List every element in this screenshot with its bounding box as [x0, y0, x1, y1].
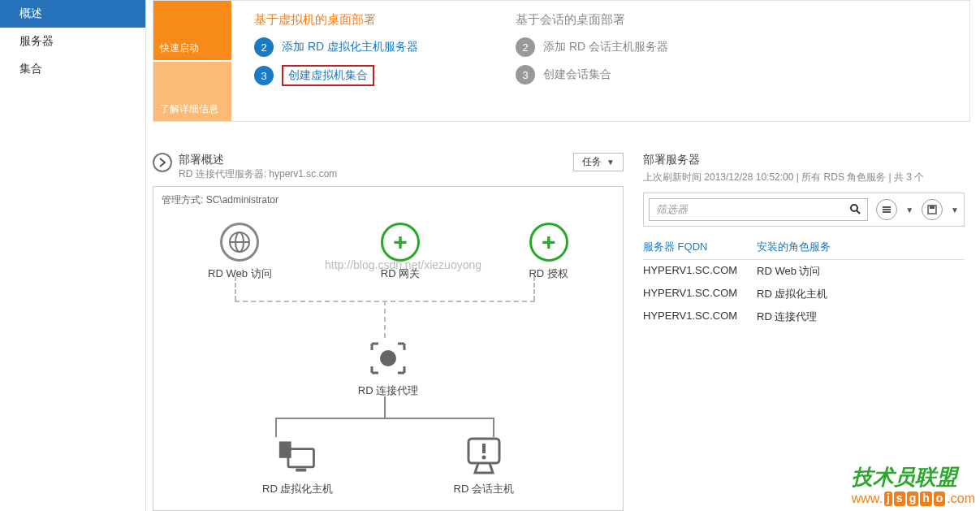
overview-title: 部署概述 [179, 153, 337, 167]
orange-tile-stack: 快速启动 了解详细信息 [153, 1, 231, 121]
virtualization-host-icon [278, 437, 318, 474]
svg-line-11 [857, 210, 860, 214]
servers-title: 部署服务器 [643, 153, 965, 167]
rd-session-host-node[interactable]: RD 会话主机 [454, 437, 514, 496]
add-icon: + [381, 223, 420, 262]
logo-watermark: 技术员联盟 www. jsgho .com [852, 463, 975, 506]
overview-subtitle: RD 连接代理服务器: hyperv1.sc.com [179, 167, 337, 181]
rd-licensing-label: RD 授权 [529, 266, 568, 281]
list-view-button[interactable] [876, 199, 897, 220]
add-icon: + [529, 223, 568, 262]
session-deploy-title: 基于会话的桌面部署 [516, 12, 668, 28]
session-step-2-text: 添加 RD 会话主机服务器 [543, 40, 668, 54]
filter-input[interactable]: 筛选器 [649, 198, 868, 221]
rd-gateway-label: RD 网关 [381, 266, 420, 281]
save-query-button[interactable] [922, 199, 943, 220]
filter-placeholder: 筛选器 [656, 202, 688, 217]
rd-virtualization-host-node[interactable]: RD 虚拟化主机 [262, 437, 333, 496]
servers-table: 服务器 FQDN 安装的角色服务 HYPERV1.SC.COM RD Web 访… [643, 240, 965, 328]
manage-as-label: 管理方式: SC\administrator [162, 193, 615, 207]
top-deployment-cards: 快速启动 了解详细信息 基于虚拟机的桌面部署 2 添加 RD 虚拟化主机服务器 … [153, 0, 970, 122]
deployment-overview-pane: 部署概述 RD 连接代理服务器: hyperv1.sc.com 任务 ▼ 管理方… [153, 153, 624, 511]
collapse-icon[interactable] [153, 153, 172, 172]
session-step-3-text: 创建会话集合 [543, 67, 611, 82]
connection-broker-icon [368, 340, 408, 377]
svg-rect-8 [482, 444, 486, 453]
cell-role: RD 虚拟化主机 [757, 287, 827, 301]
session-step-3[interactable]: 3 创建会话集合 [516, 65, 668, 84]
logo-line2: www. jsgho .com [852, 492, 975, 506]
main-area: 部署概述 RD 连接代理服务器: hyperv1.sc.com 任务 ▼ 管理方… [153, 153, 970, 511]
servers-subtitle: 上次刷新时间 2013/12/28 10:52:00 | 所有 RDS 角色服务… [643, 171, 965, 184]
vm-step-2[interactable]: 2 添加 RD 虚拟化主机服务器 [254, 37, 418, 57]
filter-toolbar: 筛选器 ▼ ▼ [643, 193, 965, 227]
step-number-icon: 3 [254, 66, 274, 85]
nav-overview[interactable]: 概述 [0, 0, 145, 28]
svg-rect-5 [288, 449, 313, 467]
table-row[interactable]: HYPERV1.SC.COM RD 虚拟化主机 [643, 283, 965, 305]
table-row[interactable]: HYPERV1.SC.COM RD Web 访问 [643, 260, 965, 283]
step-number-icon: 2 [254, 37, 274, 57]
rd-web-label: RD Web 访问 [208, 266, 272, 281]
rd-gateway-node[interactable]: + RD 网关 [381, 223, 420, 281]
vm-step-3[interactable]: 3 创建虚拟机集合 [254, 65, 418, 86]
logo-prefix: www. [852, 492, 883, 506]
globe-icon [220, 223, 259, 262]
vm-step-2-text: 添加 RD 虚拟化主机服务器 [282, 40, 418, 54]
vm-deploy-title: 基于虚拟机的桌面部署 [254, 12, 418, 28]
rd-licensing-node[interactable]: + RD 授权 [529, 223, 568, 281]
chevron-down-icon[interactable]: ▼ [951, 206, 959, 214]
rd-sh-label: RD 会话主机 [454, 482, 514, 496]
logo-domain: jsgho [884, 492, 945, 506]
cell-role: RD 连接代理 [757, 310, 817, 324]
tile-learnmore[interactable]: 了解详细信息 [153, 62, 231, 121]
nav-collections[interactable]: 集合 [0, 55, 145, 83]
vm-step-3-text-highlighted: 创建虚拟机集合 [282, 65, 374, 86]
rd-vh-label: RD 虚拟化主机 [262, 482, 333, 496]
rd-web-access-node[interactable]: RD Web 访问 [208, 223, 272, 281]
tasks-label: 任务 [582, 155, 602, 169]
session-step-2[interactable]: 2 添加 RD 会话主机服务器 [516, 37, 668, 57]
chevron-down-icon[interactable]: ▼ [905, 206, 913, 214]
svg-point-10 [851, 205, 857, 211]
svg-rect-6 [296, 469, 306, 472]
chevron-down-icon: ▼ [607, 158, 615, 167]
deployment-diagram: 管理方式: SC\administrator RD Web 访问 [153, 186, 624, 511]
cell-role: RD Web 访问 [757, 264, 821, 279]
svg-point-9 [481, 456, 486, 460]
session-host-icon [464, 437, 504, 474]
table-row[interactable]: HYPERV1.SC.COM RD 连接代理 [643, 305, 965, 328]
logo-suffix: .com [947, 492, 975, 506]
cell-fqdn: HYPERV1.SC.COM [643, 287, 740, 301]
svg-rect-16 [930, 206, 935, 209]
nav-servers[interactable]: 服务器 [0, 28, 145, 55]
cell-fqdn: HYPERV1.SC.COM [643, 264, 740, 279]
vm-deploy-column: 基于虚拟机的桌面部署 2 添加 RD 虚拟化主机服务器 3 创建虚拟机集合 [254, 12, 418, 110]
table-header: 服务器 FQDN 安装的角色服务 [643, 240, 965, 260]
logo-line1: 技术员联盟 [852, 463, 975, 492]
step-number-icon: 2 [516, 37, 535, 57]
svg-point-3 [380, 350, 396, 366]
deployment-servers-pane: 部署服务器 上次刷新时间 2013/12/28 10:52:00 | 所有 RD… [640, 153, 965, 511]
col-fqdn[interactable]: 服务器 FQDN [643, 240, 740, 254]
col-role[interactable]: 安装的角色服务 [757, 240, 831, 254]
cell-fqdn: HYPERV1.SC.COM [643, 310, 740, 324]
rd-cb-label: RD 连接代理 [153, 383, 623, 398]
search-icon [849, 203, 861, 217]
tile-quickstart[interactable]: 快速启动 [153, 1, 231, 62]
tasks-dropdown[interactable]: 任务 ▼ [573, 153, 624, 171]
session-deploy-column: 基于会话的桌面部署 2 添加 RD 会话主机服务器 3 创建会话集合 [516, 12, 668, 110]
step-number-icon: 3 [516, 65, 535, 84]
deployment-columns: 基于虚拟机的桌面部署 2 添加 RD 虚拟化主机服务器 3 创建虚拟机集合 基于… [231, 1, 969, 121]
left-nav: 概述 服务器 集合 [0, 0, 146, 511]
rd-connection-broker-node[interactable]: RD 连接代理 [153, 340, 623, 398]
